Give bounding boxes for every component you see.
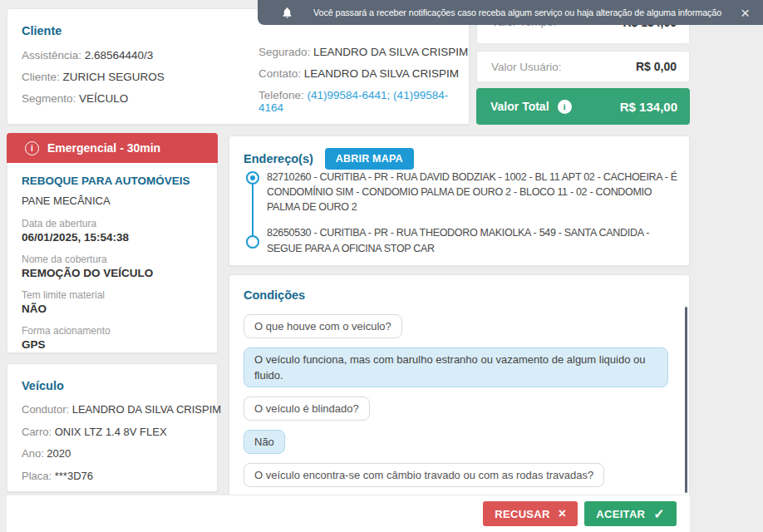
service-problem: PANE MECÂNICA bbox=[22, 195, 205, 207]
check-icon: ✓ bbox=[653, 506, 665, 522]
driver-value: LEANDRO DA SILVA CRISPIM bbox=[72, 403, 221, 416]
activation-label: Forma acionamento bbox=[22, 325, 205, 337]
condition-question: O veículo encontra-se com câmbio travado… bbox=[244, 463, 604, 487]
reject-button-label: RECUSAR bbox=[495, 508, 549, 520]
valor-total-text: Valor Total bbox=[490, 100, 549, 113]
origin-address: 82710260 - CURITIBA - PR - RUA DAVID BOD… bbox=[267, 170, 677, 214]
route-line bbox=[252, 183, 254, 237]
vehicle-card: Veículo Condutor: LEANDRO DA SILVA CRISP… bbox=[7, 363, 218, 492]
insured-value: LEANDRO DA SILVA CRISPIM bbox=[313, 46, 468, 58]
open-map-button[interactable]: ABRIR MAPA bbox=[325, 148, 414, 170]
accept-button[interactable]: ACEITAR ✓ bbox=[584, 501, 677, 526]
addresses-card: Endereço(s) ABRIR MAPA 82710260 - CURITI… bbox=[229, 135, 690, 266]
accept-button-label: ACEITAR bbox=[596, 508, 645, 520]
emergency-banner-label: Emergencial - 30min bbox=[47, 141, 160, 155]
condition-answer: Não bbox=[244, 430, 285, 454]
year-field: Ano: 2020 bbox=[22, 447, 209, 460]
bell-icon bbox=[281, 7, 293, 19]
client-value: ZURICH SEGUROS bbox=[63, 71, 165, 83]
car-field: Carro: ONIX LTZ 1.4 8V FLEX bbox=[22, 426, 209, 438]
segment-label: Segmento: bbox=[22, 92, 79, 105]
coverage-field: Nome da cobertura REMOÇÃO DO VEÍCULO bbox=[22, 254, 205, 279]
open-date-value: 06/01/2025, 15:54:38 bbox=[22, 231, 205, 244]
insured-label: Segurado: bbox=[258, 46, 313, 58]
service-card-body: REBOQUE PARA AUTOMÓVEIS PANE MECÂNICA Da… bbox=[7, 163, 218, 353]
open-date-field: Data de abertura 06/01/2025, 15:54:38 bbox=[22, 218, 205, 244]
info-icon: i bbox=[25, 141, 39, 155]
valor-total-label: Valor Totali bbox=[490, 100, 620, 114]
valor-total-value: R$ 134,00 bbox=[620, 100, 677, 114]
car-label: Carro: bbox=[22, 426, 55, 438]
coverage-label: Nome da cobertura bbox=[22, 254, 205, 265]
condition-answer: O veículo funciona, mas com barulho estr… bbox=[244, 347, 668, 387]
valor-usuario-value: R$ 0,00 bbox=[636, 60, 677, 73]
address-list: 82710260 - CURITIBA - PR - RUA DAVID BOD… bbox=[267, 170, 677, 267]
car-value: ONIX LTZ 1.4 8V FLEX bbox=[55, 426, 167, 438]
valor-usuario-row: Valor Usuário: R$ 0,00 bbox=[476, 51, 690, 82]
plate-value: ***3D76 bbox=[55, 470, 93, 482]
contact-value: LEANDRO DA SILVA CRISPIM bbox=[304, 67, 459, 80]
material-limit-label: Tem limite material bbox=[22, 289, 205, 301]
action-footer: RECUSAR × ACEITAR ✓ bbox=[7, 495, 690, 532]
plate-label: Placa: bbox=[22, 470, 55, 482]
conditions-title: Condições bbox=[244, 288, 669, 302]
addresses-header: Endereço(s) ABRIR MAPA bbox=[244, 148, 677, 170]
driver-label: Condutor: bbox=[22, 403, 72, 416]
year-value: 2020 bbox=[47, 447, 71, 460]
scrollbar-thumb[interactable] bbox=[685, 307, 687, 493]
open-date-label: Data de abertura bbox=[22, 218, 205, 229]
client-card: Cliente Assistência: 2.68564440/3 Client… bbox=[7, 8, 470, 125]
assistance-value: 2.68564440/3 bbox=[85, 49, 154, 62]
notification-message: Você passará a receber notificações caso… bbox=[313, 7, 731, 17]
destination-dot-icon bbox=[246, 235, 259, 249]
valor-usuario-label: Valor Usuário: bbox=[491, 61, 636, 73]
material-limit-field: Tem limite material NÃO bbox=[22, 289, 205, 315]
valor-total-row: Valor Totali R$ 134,00 bbox=[476, 88, 690, 125]
client-card-title: Cliente bbox=[22, 24, 469, 37]
client-label: Cliente: bbox=[22, 71, 63, 83]
segment-value: VEÍCULO bbox=[79, 92, 128, 105]
condition-question: O veículo é blindado? bbox=[244, 397, 370, 421]
reject-button[interactable]: RECUSAR × bbox=[483, 501, 578, 526]
phone-label: Telefone: bbox=[258, 89, 308, 101]
material-limit-value: NÃO bbox=[22, 303, 205, 315]
assistance-label: Assistência: bbox=[22, 49, 85, 62]
activation-field: Forma acionamento GPS bbox=[22, 325, 205, 351]
plate-field: Placa: ***3D76 bbox=[22, 470, 209, 482]
conditions-card: Condições O que houve com o veiculo? O v… bbox=[229, 274, 690, 496]
info-icon[interactable]: i bbox=[558, 100, 572, 114]
addresses-title: Endereço(s) bbox=[244, 152, 313, 165]
year-label: Ano: bbox=[22, 447, 47, 460]
contact-field: Contato: LEANDRO DA SILVA CRISPIM bbox=[258, 67, 469, 80]
notification-bar: Você passará a receber notificações caso… bbox=[258, 0, 763, 25]
emergency-banner: i Emergencial - 30min bbox=[7, 133, 218, 163]
vehicle-card-title: Veículo bbox=[22, 379, 209, 392]
service-card: i Emergencial - 30min REBOQUE PARA AUTOM… bbox=[7, 133, 218, 353]
coverage-value: REMOÇÃO DO VEÍCULO bbox=[22, 267, 205, 279]
close-icon[interactable]: × bbox=[737, 5, 753, 21]
insured-field: Segurado: LEANDRO DA SILVA CRISPIM bbox=[258, 46, 469, 58]
condition-question: O que houve com o veiculo? bbox=[244, 314, 402, 338]
destination-address: 82650530 - CURITIBA - PR - RUA THEODORO … bbox=[267, 225, 677, 255]
activation-value: GPS bbox=[22, 338, 205, 351]
service-name: REBOQUE PARA AUTOMÓVEIS bbox=[22, 175, 205, 187]
driver-field: Condutor: LEANDRO DA SILVA CRISPIM bbox=[22, 403, 209, 416]
phone-field: Telefone: (41)99584-6441; (41)99584-4164 bbox=[258, 89, 469, 114]
contact-column: Segurado: LEANDRO DA SILVA CRISPIM Conta… bbox=[258, 46, 469, 123]
x-icon: × bbox=[559, 506, 567, 521]
contact-label: Contato: bbox=[258, 67, 304, 80]
